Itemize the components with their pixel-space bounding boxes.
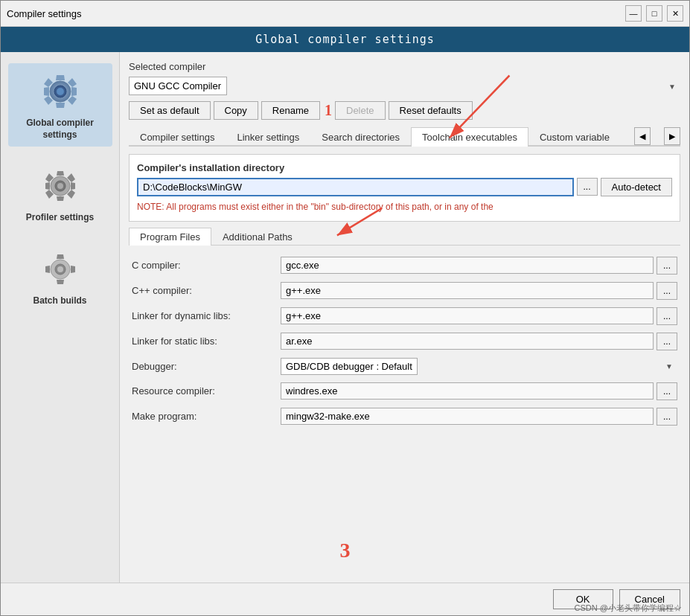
title-bar-controls: — □ ✕	[625, 5, 683, 22]
sidebar-item-batch[interactable]: Batch builds	[8, 241, 112, 313]
gear-icon-profiler	[38, 164, 83, 208]
delete-button[interactable]: Delete	[335, 101, 386, 120]
debugger-label: Debugger:	[129, 354, 278, 379]
linker-dynamic-label: Linker for dynamic libs:	[129, 304, 278, 329]
tab-linker-settings[interactable]: Linker settings	[226, 127, 310, 147]
tab-nav-prev[interactable]: ◀	[634, 127, 651, 145]
annotation-3: 3	[340, 539, 351, 562]
gear-icon-batch	[38, 247, 83, 292]
program-files-table: C compiler: ... C++ compiler:	[129, 253, 680, 429]
compiler-select[interactable]: GNU GCC Compiler	[129, 77, 227, 95]
svg-point-5	[57, 183, 63, 189]
linker-static-label: Linker for static libs:	[129, 329, 278, 354]
minimize-button[interactable]: —	[625, 5, 642, 22]
linker-static-field: ...	[278, 329, 680, 354]
linker-dynamic-input[interactable]	[281, 307, 654, 324]
watermark: CSDN @小老头带你学编程☆	[575, 603, 682, 614]
cpp-compiler-input[interactable]	[281, 282, 654, 299]
copy-button[interactable]: Copy	[214, 101, 258, 120]
c-compiler-browse[interactable]: ...	[657, 257, 677, 275]
resource-compiler-input[interactable]	[281, 382, 654, 400]
form-row-make-program: Make program: ...	[129, 404, 680, 429]
annotation-1: 1	[325, 102, 332, 119]
c-compiler-label: C compiler:	[129, 253, 278, 278]
make-program-input[interactable]	[281, 408, 654, 425]
reset-button[interactable]: Reset defaults	[389, 101, 473, 120]
cpp-compiler-browse[interactable]: ...	[657, 282, 677, 300]
install-note: NOTE: All programs must exist either in …	[137, 201, 672, 214]
close-button[interactable]: ✕	[667, 5, 683, 22]
linker-dynamic-browse[interactable]: ...	[657, 307, 677, 325]
sub-tab-program-files[interactable]: Program Files	[129, 228, 211, 246]
install-dir-input[interactable]	[137, 178, 574, 196]
window-body: Global compiler settings	[1, 52, 689, 583]
debugger-field: GDB/CDB debugger : Default ▼	[278, 354, 680, 379]
make-program-label: Make program:	[129, 404, 278, 429]
resource-compiler-browse[interactable]: ...	[657, 382, 677, 400]
compiler-dropdown-arrow: ▼	[668, 82, 676, 90]
form-row-debugger: Debugger: GDB/CDB debugger : Default ▼	[129, 354, 680, 379]
auto-detect-btn[interactable]: Auto-detect	[601, 178, 673, 196]
debugger-dropdown-arrow: ▼	[665, 362, 673, 370]
linker-dynamic-field: ...	[278, 304, 680, 329]
tab-toolchain-executables[interactable]: Toolchain executables	[411, 127, 528, 147]
install-section: Compiler's installation directory ... Au…	[129, 154, 680, 222]
cpp-compiler-field: ...	[278, 278, 680, 304]
selected-compiler-label: Selected compiler	[129, 61, 680, 72]
tab-search-directories[interactable]: Search directories	[310, 127, 411, 147]
rename-button[interactable]: Rename	[261, 101, 320, 120]
window-title: Compiler settings	[7, 8, 81, 19]
svg-point-2	[57, 88, 64, 95]
c-compiler-input[interactable]	[281, 257, 654, 274]
cpp-compiler-label: C++ compiler:	[129, 278, 278, 304]
make-program-browse[interactable]: ...	[657, 408, 677, 426]
set-default-button[interactable]: Set as default	[129, 101, 211, 120]
window-header: Global compiler settings	[1, 27, 689, 52]
tab-nav-next[interactable]: ▶	[664, 127, 680, 145]
resource-compiler-field: ...	[278, 379, 680, 404]
sub-tab-additional-paths[interactable]: Additional Paths	[211, 228, 304, 246]
sidebar-label-global: Global compiler settings	[14, 118, 106, 141]
install-browse-btn[interactable]: ...	[577, 178, 598, 196]
main-tab-bar: Compiler settings Linker settings Search…	[129, 127, 680, 147]
form-row-cpp-compiler: C++ compiler: ...	[129, 278, 680, 304]
install-dir-row: ... Auto-detect	[137, 178, 672, 196]
main-content: Selected compiler GNU GCC Compiler ▼ Set…	[120, 52, 689, 583]
linker-static-browse[interactable]: ...	[657, 333, 677, 350]
sidebar-item-profiler[interactable]: Profiler settings	[8, 158, 112, 230]
compiler-select-wrapper: GNU GCC Compiler ▼	[129, 77, 680, 95]
svg-point-8	[57, 266, 63, 272]
title-bar: Compiler settings — □ ✕	[1, 1, 689, 27]
form-row-linker-static: Linker for static libs: ...	[129, 329, 680, 354]
compiler-settings-window: Compiler settings — □ ✕ Global compiler …	[0, 0, 690, 616]
sidebar: Global compiler settings	[1, 52, 120, 583]
main-wrapper: Selected compiler GNU GCC Compiler ▼ Set…	[120, 52, 689, 583]
install-section-label: Compiler's installation directory	[137, 162, 672, 173]
sidebar-label-batch: Batch builds	[33, 295, 86, 307]
sub-tab-bar: Program Files Additional Paths	[129, 228, 680, 246]
resource-compiler-label: Resource compiler:	[129, 379, 278, 404]
button-row: Set as default Copy Rename 1 Delete Rese…	[129, 101, 680, 120]
tab-compiler-settings[interactable]: Compiler settings	[129, 127, 226, 147]
debugger-select[interactable]: GDB/CDB debugger : Default	[281, 358, 418, 375]
maximize-button[interactable]: □	[646, 5, 662, 22]
form-row-resource-compiler: Resource compiler: ...	[129, 379, 680, 404]
compiler-select-row: GNU GCC Compiler ▼	[129, 77, 680, 95]
sidebar-label-profiler: Profiler settings	[26, 212, 94, 224]
sidebar-item-global-compiler[interactable]: Global compiler settings	[8, 63, 112, 147]
gear-icon-global	[38, 69, 83, 114]
linker-static-input[interactable]	[281, 333, 654, 350]
form-row-linker-dynamic: Linker for dynamic libs: ...	[129, 304, 680, 329]
c-compiler-field: ...	[278, 253, 680, 278]
tab-custom-variable[interactable]: Custom variable	[528, 127, 621, 147]
form-row-c-compiler: C compiler: ...	[129, 253, 680, 278]
bottom-bar: 3 CSDN @小老头带你学编程☆ OK Cancel	[1, 583, 689, 615]
make-program-field: ...	[278, 404, 680, 429]
